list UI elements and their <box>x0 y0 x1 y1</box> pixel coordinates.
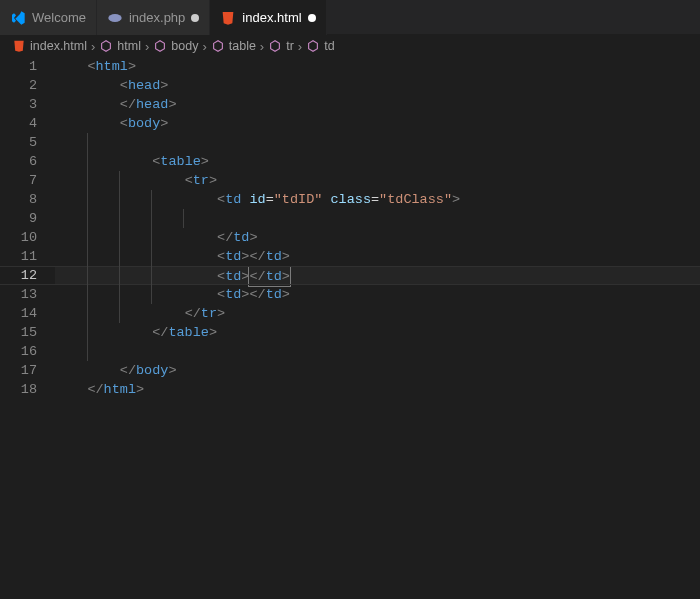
tab-label: index.php <box>129 10 185 25</box>
tab-index-html[interactable]: index.html <box>210 0 326 35</box>
text-cursor: </td> <box>248 266 291 287</box>
php-icon <box>107 10 123 26</box>
symbol-icon <box>306 39 320 54</box>
symbol-icon <box>211 39 225 54</box>
code-area[interactable]: <html> <head> </head> <body> <table> <tr… <box>55 57 700 399</box>
breadcrumb-item[interactable]: tr <box>268 39 294 54</box>
code-line <box>55 342 700 361</box>
code-line: <td></td> <box>55 247 700 266</box>
vscode-icon <box>10 10 26 26</box>
tab-welcome[interactable]: Welcome <box>0 0 97 35</box>
code-line: </table> <box>55 323 700 342</box>
breadcrumb-item[interactable]: table <box>211 39 256 54</box>
code-line: </td> <box>55 228 700 247</box>
symbol-icon <box>99 39 113 54</box>
chevron-right-icon: › <box>202 39 206 54</box>
chevron-right-icon: › <box>298 39 302 54</box>
code-line: <td></td> <box>55 266 700 285</box>
code-line: </tr> <box>55 304 700 323</box>
code-line: <td></td> <box>55 285 700 304</box>
code-line: </html> <box>55 380 700 399</box>
modified-indicator-icon <box>308 14 316 22</box>
chevron-right-icon: › <box>260 39 264 54</box>
chevron-right-icon: › <box>145 39 149 54</box>
html-file-icon <box>12 39 26 54</box>
breadcrumb[interactable]: index.html › html › body › table › tr › … <box>0 35 700 57</box>
line-number-gutter: 1 2 3 4 5 6 7 8 9 10 11 12 13 14 15 16 1… <box>0 57 55 399</box>
modified-indicator-icon <box>191 14 199 22</box>
code-line: <html> <box>55 57 700 76</box>
code-line: </head> <box>55 95 700 114</box>
code-line: <td id="tdID" class="tdClass"> <box>55 190 700 209</box>
tab-index-php[interactable]: index.php <box>97 0 210 35</box>
breadcrumb-item[interactable]: html <box>99 39 141 54</box>
html-icon <box>220 10 236 26</box>
breadcrumb-item[interactable]: td <box>306 39 334 54</box>
symbol-icon <box>153 39 167 54</box>
code-editor[interactable]: 1 2 3 4 5 6 7 8 9 10 11 12 13 14 15 16 1… <box>0 57 700 399</box>
code-line: <tr> <box>55 171 700 190</box>
editor-tabs: Welcome index.php index.html <box>0 0 700 35</box>
tab-label: index.html <box>242 10 301 25</box>
code-line <box>55 133 700 152</box>
breadcrumb-item[interactable]: body <box>153 39 198 54</box>
code-line: </body> <box>55 361 700 380</box>
code-line <box>55 209 700 228</box>
code-line: <body> <box>55 114 700 133</box>
code-line: <table> <box>55 152 700 171</box>
tab-label: Welcome <box>32 10 86 25</box>
chevron-right-icon: › <box>91 39 95 54</box>
code-line: <head> <box>55 76 700 95</box>
symbol-icon <box>268 39 282 54</box>
breadcrumb-item[interactable]: index.html <box>12 39 87 54</box>
svg-point-0 <box>108 14 121 22</box>
